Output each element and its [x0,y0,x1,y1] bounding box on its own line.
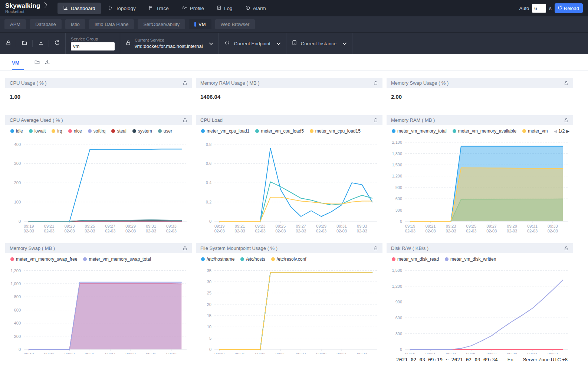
file-system-mountpoint-usage-chart[interactable]: /etc/hostname/etc/hosts/etc/resolv.conf … [196,253,382,365]
svg-text:09:1902-03: 09:1902-03 [405,224,415,233]
legend-item[interactable]: meter_vm_memory_swap_total [83,257,151,262]
legend-next-page-icon[interactable]: ▶ [566,129,569,134]
legend-item[interactable]: meter_vm [522,128,548,134]
chart-legend: meter_vm_memory_totalmeter_vm_memory_ava… [387,125,573,134]
nav-label: Log [224,6,233,11]
legend-dot-icon [255,129,259,133]
legend-item[interactable]: idle [10,128,23,134]
padlock-icon[interactable] [373,118,378,123]
legend-item[interactable]: softirq [88,128,106,134]
brand-logo: Skywalking Rocketbot [5,3,47,14]
nav-label: Alarm [253,6,266,11]
cpu-average-used-chart[interactable]: idleiowaitirqnicesoftirqstealsystemuser … [5,125,192,237]
download-tray-icon[interactable] [45,59,50,66]
legend-item[interactable]: meter_vm_memory_available [453,128,516,134]
auto-refresh-input[interactable] [532,4,546,13]
subnav-item-istio-data-plane[interactable]: Istio Data Plane [89,19,134,29]
subnav-item-selfobservability[interactable]: SelfObservability [138,19,185,29]
subnav-item-vm[interactable]: VM [189,19,211,29]
padlock-icon[interactable] [564,118,569,123]
padlock-icon[interactable] [183,246,187,251]
padlock-icon[interactable] [564,81,569,86]
padlock-icon [6,40,11,48]
legend-label: meter_vm_memory_swap_free [16,257,77,262]
legend-item[interactable]: meter_vm_cpu_load15 [310,128,361,134]
legend-item[interactable]: meter_vm_cpu_load5 [255,128,303,134]
current-instance-selector[interactable]: Current Instance [286,33,352,54]
auto-refresh-unit: s [549,6,552,11]
legend-label: meter_vm_disk_read [397,257,439,262]
svg-text:09:2102-03: 09:2102-03 [44,224,55,233]
chart-card-disk-rw: Disk R/W ( KB/s ) meter_vm_disk_readmete… [387,243,573,365]
svg-text:09:2702-03: 09:2702-03 [296,224,306,233]
legend-item[interactable]: /etc/hosts [240,257,265,262]
svg-text:09:2102-03: 09:2102-03 [235,224,245,233]
legend-dot-icon [201,129,205,133]
import-template-button[interactable] [16,33,33,54]
dashboard-content: CPU Usage ( % ) 1.00 Memory RAM Usage ( … [0,71,588,365]
crescent-logo-icon [41,2,47,10]
legend-item[interactable]: /etc/resolv.conf [271,257,306,262]
cpu-load-chart[interactable]: meter_vm_cpu_load1meter_vm_cpu_load5mete… [196,125,382,237]
lock-dashboard-button[interactable] [0,33,16,54]
padlock-icon[interactable] [373,81,378,86]
legend-dot-icon [445,257,449,261]
memory-ram-chart[interactable]: meter_vm_memory_totalmeter_vm_memory_ava… [387,125,573,237]
nav-item-topology[interactable]: Topology [102,3,141,14]
nav-item-log[interactable]: Log [211,3,238,14]
nav-item-alarm[interactable]: Alarm [240,3,272,14]
server-zone-selector[interactable]: Server Zone UTC +8 [523,357,568,362]
svg-text:600: 600 [395,196,402,201]
refresh-templates-button[interactable] [49,33,65,54]
subnav-item-web-browser[interactable]: Web Browser [215,19,255,29]
legend-item[interactable]: system [132,128,152,134]
card-title: CPU Load [200,117,223,123]
legend-item[interactable]: meter_vm_memory_swap_free [10,257,77,262]
disk-rw-chart[interactable]: meter_vm_disk_readmeter_vm_disk_written … [387,253,573,365]
service-group-input[interactable] [71,42,115,50]
subnav-item-istio[interactable]: Istio [65,19,85,29]
legend-item[interactable]: meter_vm_cpu_load1 [201,128,249,134]
legend-dot-icon [29,129,33,133]
padlock-icon[interactable] [564,246,569,251]
legend-label: meter_vm_cpu_load5 [261,128,303,134]
legend-item[interactable]: meter_vm_memory_total [392,128,447,134]
nav-label: Profile [190,6,204,11]
time-range-picker[interactable]: 2021-02-03 09:19 ~ 2021-02-03 09:34 [396,357,498,362]
svg-text:09:2502-03: 09:2502-03 [466,224,476,233]
padlock-icon[interactable] [183,118,187,123]
subnav-item-apm[interactable]: APM [4,19,26,29]
chart-legend: meter_vm_memory_swap_freemeter_vm_memory… [5,253,192,263]
legend-prev-page-icon[interactable]: ◀ [554,129,557,134]
legend-item[interactable]: meter_vm_disk_written [445,257,496,262]
legend-item[interactable]: steal [111,128,126,134]
svg-text:0.2: 0.2 [206,200,211,204]
nav-item-dashboard[interactable]: Dashboard [58,3,101,14]
legend-item[interactable]: meter_vm_disk_read [392,257,439,262]
padlock-icon[interactable] [183,81,187,86]
subnav-item-database[interactable]: Database [30,19,62,29]
current-service-selector[interactable]: Current Service vm::docker.for.mac.host.… [120,33,219,54]
svg-text:600: 600 [14,308,21,312]
service-group-selector: Service Group [65,33,120,54]
current-endpoint-selector[interactable]: Current Endpoint [219,33,286,54]
tab-vm[interactable]: VM [12,60,24,70]
folder-icon[interactable] [34,59,40,66]
language-toggle[interactable]: En [507,357,513,362]
nav-item-profile[interactable]: Profile [176,3,210,14]
legend-item[interactable]: iowait [29,128,46,134]
legend-item[interactable]: nice [68,128,82,134]
legend-label: meter_vm [528,128,548,134]
padlock-icon[interactable] [373,246,378,251]
svg-text:09:2702-03: 09:2702-03 [486,224,497,233]
reload-button[interactable]: Reload [555,3,583,13]
legend-item[interactable]: user [158,128,172,134]
export-template-button[interactable] [33,33,49,54]
svg-text:09:2902-03: 09:2902-03 [125,224,136,233]
svg-text:09:3102-03: 09:3102-03 [527,224,538,233]
svg-text:1,200: 1,200 [10,268,21,273]
memory-swap-chart[interactable]: meter_vm_memory_swap_freemeter_vm_memory… [5,253,192,365]
legend-item[interactable]: /etc/hostname [201,257,234,262]
nav-item-trace[interactable]: Trace [143,3,174,14]
legend-item[interactable]: irq [52,128,62,134]
